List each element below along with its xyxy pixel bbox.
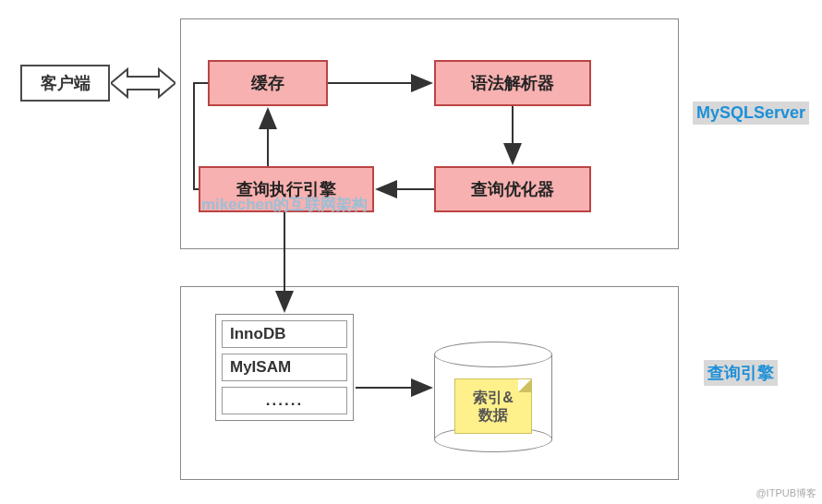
client-box: 客户端 [20, 65, 110, 102]
engine-section-label: 查询引擎 [704, 360, 778, 386]
engine-list: InnoDB MyISAM ...... [215, 314, 354, 421]
server-section-label: MySQLServer [693, 102, 809, 125]
bidirectional-arrow-icon [111, 62, 175, 104]
watermark-text: mikechen的互联网架构 [201, 194, 368, 215]
engine-item-more: ...... [222, 387, 347, 414]
cache-box: 缓存 [208, 60, 328, 106]
svg-marker-0 [111, 69, 175, 97]
optimizer-label: 查询优化器 [471, 178, 554, 200]
storage-label: 索引& 数据 [473, 389, 514, 424]
optimizer-box: 查询优化器 [434, 166, 591, 212]
engine-item-innodb: InnoDB [222, 320, 347, 348]
client-label: 客户端 [41, 72, 91, 94]
parser-label: 语法解析器 [471, 72, 554, 94]
cache-label: 缓存 [251, 72, 284, 94]
parser-box: 语法解析器 [434, 60, 591, 106]
storage-note: 索引& 数据 [454, 378, 532, 434]
engine-item-myisam: MyISAM [222, 354, 347, 381]
attribution-text: @ITPUB博客 [756, 486, 816, 500]
